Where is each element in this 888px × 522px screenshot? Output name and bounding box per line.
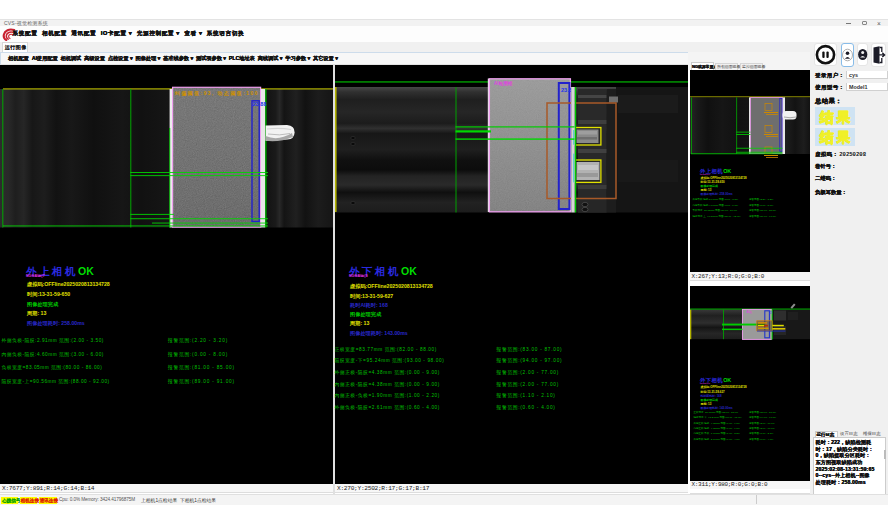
svg-text:23.88: 23.88	[253, 101, 267, 107]
svg-text:纠偏阈值:93, 动态阈值:100: 纠偏阈值:93, 动态阈值:100	[174, 90, 259, 97]
svg-text:23: 23	[770, 311, 774, 315]
svg-text:AI检测框: AI检测框	[494, 80, 513, 87]
svg-text:AI检: AI检	[747, 310, 753, 314]
